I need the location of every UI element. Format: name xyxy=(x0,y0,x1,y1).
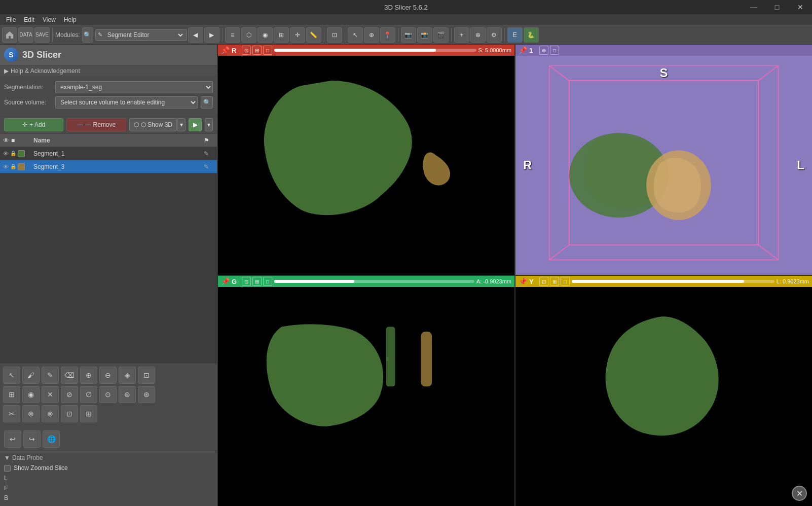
segment-row-3[interactable]: 👁 🔒 Segment_3 ✎ xyxy=(0,160,217,173)
segment-1-name: Segment_1 xyxy=(33,150,204,157)
screenshot-button[interactable]: 📸 xyxy=(417,27,432,43)
local-toggle[interactable]: 🌐 xyxy=(43,430,60,448)
red-pin-icon[interactable]: 📌 xyxy=(221,46,230,54)
view-cross-button[interactable]: ✛ xyxy=(290,27,305,43)
red-maximize-btn[interactable]: □ xyxy=(263,46,272,55)
yellow-slice-slider[interactable] xyxy=(572,280,774,283)
yellow-view-mode-btn[interactable]: ⊡ xyxy=(539,277,548,286)
save-button[interactable]: SAVE xyxy=(34,27,50,43)
camera-button[interactable]: 📷 xyxy=(401,27,416,43)
home-button[interactable] xyxy=(2,27,17,43)
view-list-button[interactable]: ≡ xyxy=(225,27,240,43)
transform-button[interactable]: ⊕ xyxy=(364,27,379,43)
tool-paint[interactable]: 🖌 xyxy=(22,367,40,384)
fiducial-button[interactable]: 📍 xyxy=(380,27,395,43)
more-options-button[interactable]: ▾ xyxy=(205,118,213,131)
tool-scissors[interactable]: ✂ xyxy=(3,405,20,422)
tool-smoothing[interactable]: ⊙ xyxy=(99,386,117,403)
tool-leveltracing[interactable]: ⊕ xyxy=(80,367,97,384)
menu-file[interactable]: File xyxy=(2,15,20,24)
view-sphere-button[interactable]: ◉ xyxy=(257,27,273,43)
tool-pointer[interactable]: ↖ xyxy=(3,367,20,384)
segment-3-edit-icon[interactable]: ✎ xyxy=(204,163,214,170)
help-section[interactable]: ▶ Help & Acknowledgement xyxy=(0,65,217,77)
tool-islands[interactable]: ⊡ xyxy=(138,367,155,384)
tool-extra1[interactable]: ⊡ xyxy=(61,405,78,422)
tool-engrave[interactable]: ⊗ xyxy=(22,405,40,422)
green-slice-slider[interactable] xyxy=(274,280,474,283)
source-volume-search-button[interactable]: 🔍 xyxy=(201,96,213,109)
yellow-maximize-btn[interactable]: □ xyxy=(561,277,570,286)
tool-erase[interactable]: ⌫ xyxy=(61,367,78,384)
segment-row-1[interactable]: 👁 🔒 Segment_1 ✎ xyxy=(0,147,217,160)
source-volume-dropdown[interactable]: Select source volume to enable editing xyxy=(55,96,198,109)
3d-pin-icon[interactable]: 📌 xyxy=(519,46,527,54)
3d-maximize-btn[interactable]: □ xyxy=(550,46,559,55)
yellow-pin-icon[interactable]: 📌 xyxy=(519,277,527,285)
green-view-mode-btn[interactable]: ⊡ xyxy=(242,277,251,286)
viewport-3d: 📌 1 ⊕ □ S R L P xyxy=(515,45,812,275)
tool-fill-between[interactable]: ⊘ xyxy=(61,386,78,403)
segment-1-edit-icon[interactable]: ✎ xyxy=(204,150,214,157)
data-button[interactable]: DATA xyxy=(18,27,33,43)
tool-grow-cut[interactable]: ⊖ xyxy=(99,367,117,384)
tool-extra2[interactable]: ⊞ xyxy=(80,405,97,422)
segment-1-color-swatch[interactable] xyxy=(18,150,25,157)
redo-button[interactable]: ↪ xyxy=(23,430,41,448)
minimize-button[interactable]: — xyxy=(742,0,765,14)
green-maximize-btn[interactable]: □ xyxy=(263,277,272,286)
nav-forward-button[interactable]: ▶ xyxy=(204,27,219,43)
view-ruler-button[interactable]: 📏 xyxy=(306,27,321,43)
nav-back-button[interactable]: ◀ xyxy=(188,27,203,43)
tool-logical-ops[interactable]: ⊞ xyxy=(3,386,20,403)
yellow-orient-btn[interactable]: ⊞ xyxy=(550,277,559,286)
view-cube-button[interactable]: ⬡ xyxy=(241,27,256,43)
module-search-button[interactable]: 🔍 xyxy=(82,27,93,43)
red-slice-slider[interactable] xyxy=(274,49,476,52)
plus-button[interactable]: + xyxy=(454,27,469,43)
tool-row-1: ↖ 🖌 ✎ ⌫ ⊕ ⊖ ◈ ⊡ xyxy=(3,367,214,384)
tool-crop-vol[interactable]: ✕ xyxy=(42,386,59,403)
undo-button[interactable]: ↩ xyxy=(4,430,21,448)
show-zoomed-checkbox[interactable] xyxy=(4,465,11,472)
show3d-dropdown-button[interactable]: ▾ xyxy=(177,118,186,131)
apply-button[interactable]: ▶ xyxy=(189,118,202,131)
python-button[interactable]: 🐍 xyxy=(524,27,539,43)
tool-margin[interactable]: ⊜ xyxy=(119,386,136,403)
menu-view[interactable]: View xyxy=(39,15,60,24)
crosshair-button[interactable]: ⊕ xyxy=(470,27,486,43)
data-probe-header[interactable]: ▼ Data Probe xyxy=(4,454,213,461)
tool-mask-vol[interactable]: ◉ xyxy=(22,386,40,403)
add-segment-button[interactable]: ✛ + Add xyxy=(4,118,63,131)
tool-wrap-solidify[interactable]: ⊛ xyxy=(138,386,155,403)
layout-button[interactable]: ⊡ xyxy=(327,27,342,43)
green-pin-icon[interactable]: 📌 xyxy=(221,277,230,285)
tool-hollow[interactable]: ∅ xyxy=(80,386,97,403)
menu-help[interactable]: Help xyxy=(60,15,81,24)
3d-orientation-btn[interactable]: ⊕ xyxy=(539,46,548,55)
close-button[interactable]: ✕ xyxy=(789,0,812,14)
remove-segment-button[interactable]: — — Remove xyxy=(66,118,126,131)
cursor-button[interactable]: ↖ xyxy=(348,27,363,43)
svg-line-4 xyxy=(549,245,569,260)
segment-3-visibility-icon[interactable]: 👁 xyxy=(3,164,9,170)
red-orient-btn[interactable]: ⊞ xyxy=(252,46,262,55)
undo-redo-panel: ↩ ↪ 🌐 xyxy=(0,427,217,451)
tool-draw[interactable]: ✎ xyxy=(42,367,59,384)
red-view-mode-btn[interactable]: ⊡ xyxy=(242,46,251,55)
view-grid-button[interactable]: ⊞ xyxy=(274,27,289,43)
menu-edit[interactable]: Edit xyxy=(20,15,39,24)
segment-3-color-swatch[interactable] xyxy=(18,163,25,170)
maximize-button[interactable]: □ xyxy=(765,0,789,14)
module-dropdown[interactable]: Segment Editor xyxy=(103,30,184,40)
tool-watershed[interactable]: ◈ xyxy=(119,367,136,384)
segmentation-dropdown[interactable]: example-1_seg xyxy=(55,81,213,93)
segment-1-visibility-icon[interactable]: 👁 xyxy=(3,151,9,157)
show-3d-button[interactable]: ⬡ ⬡ Show 3D xyxy=(129,118,177,131)
green-orient-btn[interactable]: ⊞ xyxy=(252,277,262,286)
tool-split-vol[interactable]: ⊗ xyxy=(42,405,59,422)
bottom-close-button[interactable]: ✕ xyxy=(792,486,807,501)
record-button[interactable]: 🎬 xyxy=(433,27,449,43)
extension-button[interactable]: E xyxy=(507,27,523,43)
settings-button[interactable]: ⚙ xyxy=(487,27,502,43)
